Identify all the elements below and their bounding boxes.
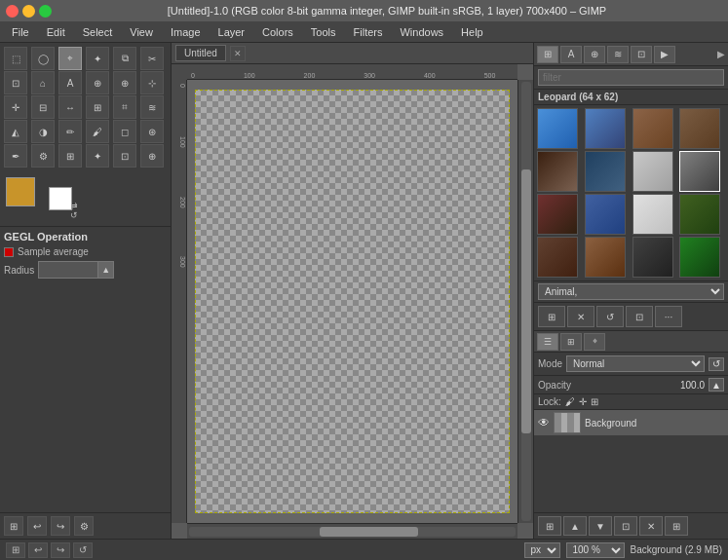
menu-image[interactable]: Image (163, 24, 209, 40)
pattern-4[interactable] (537, 151, 578, 192)
scroll-track-h[interactable] (189, 527, 516, 537)
pattern-9[interactable] (585, 194, 626, 235)
tool-free-select[interactable]: ⌖ (58, 47, 82, 70)
menu-help[interactable]: Help (453, 24, 491, 40)
pattern-2[interactable] (632, 108, 673, 149)
pattern-1[interactable] (585, 108, 626, 149)
pattern-14[interactable] (632, 237, 673, 278)
tool-blend[interactable]: ◑ (31, 120, 55, 143)
menu-view[interactable]: View (122, 24, 161, 40)
pattern-6[interactable] (632, 151, 673, 192)
zoom-select[interactable]: 100 % (566, 542, 625, 558)
tool-pencil[interactable]: ✏ (58, 120, 82, 143)
canvas-scrollbar-vertical[interactable] (517, 80, 533, 523)
undo-status-btn[interactable]: ↩ (28, 542, 48, 558)
menu-windows[interactable]: Windows (392, 24, 451, 40)
rp-export-btn[interactable]: ⊡ (626, 306, 653, 327)
unit-select[interactable]: px (524, 542, 560, 558)
tool-zoom[interactable]: ⊕ (113, 71, 136, 94)
layer-up-btn[interactable]: ▲ (563, 516, 587, 536)
pattern-7[interactable] (679, 151, 720, 192)
tool-measure[interactable]: ⊹ (140, 71, 164, 94)
layer-down-btn[interactable]: ▼ (589, 516, 612, 536)
rp-tab-overflow[interactable]: ▶ (717, 49, 725, 59)
tool-move[interactable]: ✛ (4, 95, 27, 119)
lock-all-icon[interactable]: ⊞ (591, 396, 598, 407)
rp-refresh-btn[interactable]: ↺ (596, 306, 624, 327)
layer-tab-channels[interactable]: ⊞ (560, 333, 582, 351)
pattern-5[interactable] (585, 151, 626, 192)
tool-text[interactable]: A (58, 71, 82, 94)
scroll-thumb-h[interactable] (320, 527, 418, 537)
tool-paths[interactable]: ⌂ (31, 71, 55, 94)
tool-fuzzy-select[interactable]: ✦ (86, 47, 109, 70)
background-color[interactable] (49, 187, 72, 210)
rp-more-btn[interactable]: ··· (655, 306, 682, 327)
layer-visibility-icon[interactable]: 👁 (538, 416, 550, 429)
tool-perspective-clone[interactable]: ⊡ (113, 144, 136, 168)
rp-tab-arrow[interactable]: ▶ (654, 46, 675, 63)
layer-tab-paths[interactable]: ⌖ (584, 333, 605, 351)
tool-flip[interactable]: ⊞ (86, 95, 109, 119)
tool-foreground-select[interactable]: ⊡ (4, 71, 27, 94)
menu-filters[interactable]: Filters (346, 24, 391, 40)
tool-airbrush[interactable]: ⊛ (140, 120, 164, 143)
tool-paintbrush[interactable]: 🖌 (86, 120, 109, 143)
tool-rect-select[interactable]: ⬚ (4, 47, 27, 70)
menu-tools[interactable]: Tools (303, 24, 344, 40)
layer-tab-layers[interactable]: ☰ (537, 333, 558, 351)
maximize-button[interactable] (39, 5, 52, 18)
opacity-up-btn[interactable]: ▲ (709, 378, 724, 392)
tool-eraser[interactable]: ◻ (113, 120, 136, 143)
rp-remove-btn[interactable]: ✕ (567, 306, 594, 327)
tool-color-picker[interactable]: ⊕ (86, 71, 109, 94)
radius-input[interactable]: 3 (39, 264, 97, 277)
pattern-11[interactable] (679, 194, 720, 235)
canvas-close-btn[interactable]: ✕ (230, 46, 246, 61)
foreground-color[interactable] (6, 177, 35, 206)
redo-status-btn[interactable]: ↪ (51, 542, 70, 558)
tool-ellipse-select[interactable]: ◯ (31, 47, 55, 70)
redo-icon[interactable]: ↪ (51, 516, 70, 536)
rp-add-btn[interactable]: ⊞ (538, 306, 565, 327)
tool-heal[interactable]: ✦ (86, 144, 109, 168)
menu-edit[interactable]: Edit (39, 24, 73, 40)
tool-cage[interactable]: ⌗ (113, 95, 136, 119)
pattern-10[interactable] (632, 194, 673, 235)
layer-export-btn[interactable]: ⊞ (665, 516, 688, 536)
window-buttons[interactable] (6, 5, 52, 18)
pattern-15[interactable] (679, 237, 720, 278)
close-button[interactable] (6, 5, 19, 18)
pattern-8[interactable] (537, 194, 578, 235)
undo-icon[interactable]: ↩ (27, 516, 47, 536)
layer-row[interactable]: 👁 Background (534, 410, 728, 435)
lock-pixels-icon[interactable]: 🖌 (565, 396, 575, 407)
sample-avg-checkbox[interactable] (4, 247, 14, 257)
pattern-3[interactable] (679, 108, 720, 149)
layer-delete-btn[interactable]: ✕ (639, 516, 663, 536)
new-image-status-btn[interactable]: ⊞ (6, 542, 25, 558)
lock-position-icon[interactable]: ✛ (579, 396, 587, 407)
tool-transform[interactable]: ↔ (58, 95, 82, 119)
new-image-icon[interactable]: ⊞ (4, 516, 23, 536)
rp-tab-dynamics[interactable]: ≋ (607, 46, 629, 63)
tool-warp[interactable]: ≋ (140, 95, 164, 119)
scroll-track-v[interactable] (521, 82, 531, 521)
layer-new-btn[interactable]: ⊞ (538, 516, 561, 536)
menu-file[interactable]: File (4, 24, 37, 40)
tool-scissors[interactable]: ✂ (140, 47, 164, 70)
canvas-scrollbar-horizontal[interactable] (187, 523, 517, 539)
tool-bucket-fill[interactable]: ◭ (4, 120, 27, 143)
filter-input[interactable] (538, 69, 724, 86)
config-icon[interactable]: ⚙ (74, 516, 94, 536)
menu-select[interactable]: Select (75, 24, 121, 40)
tool-smudge[interactable]: ⊕ (140, 144, 164, 168)
rp-tab-patterns[interactable]: ⊞ (537, 46, 558, 63)
rp-tab-font[interactable]: A (560, 46, 582, 63)
menu-colors[interactable]: Colors (254, 24, 301, 40)
tool-mypaint-brush[interactable]: ⚙ (31, 144, 55, 168)
reset-colors-icon[interactable]: ↺ (70, 210, 78, 220)
radius-up-btn[interactable]: ▲ (97, 262, 113, 278)
menu-layer[interactable]: Layer (211, 24, 253, 40)
reset-status-btn[interactable]: ↺ (73, 542, 93, 558)
